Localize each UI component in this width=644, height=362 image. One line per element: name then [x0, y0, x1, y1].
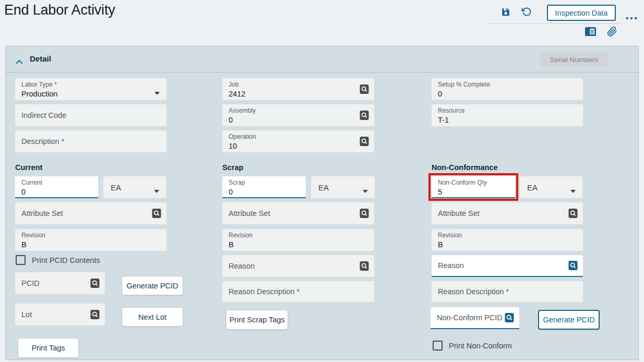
labor-type-field[interactable]: Labor Type * Production — [15, 78, 166, 100]
current-revision-label: Revision — [21, 232, 160, 240]
caret-down-icon[interactable] — [154, 88, 160, 97]
scrap-revision-value: B — [229, 240, 368, 250]
assembly-lookup-icon[interactable] — [360, 110, 369, 123]
nonconform-qty-input[interactable]: Non-Conform Qty 5 — [432, 176, 515, 198]
caret-down-icon[interactable] — [154, 186, 159, 195]
nonconform-revision-label: Revision — [438, 232, 577, 240]
operation-value: 10 — [229, 141, 368, 152]
print-pcid-contents-label: Print PCID Contents — [32, 256, 100, 264]
resource-label: Resource — [438, 107, 577, 115]
nonconform-revision-value: B — [438, 240, 577, 250]
pcid-field[interactable]: PCID — [15, 272, 105, 294]
scrap-qty-label: Scrap — [229, 179, 300, 187]
pcid-lookup-icon[interactable] — [90, 278, 100, 291]
nonconform-reason-lookup-icon[interactable] — [568, 260, 578, 273]
print-pcid-contents-checkbox[interactable] — [16, 255, 26, 265]
undo-icon[interactable] — [521, 7, 531, 17]
setup-pct-complete-field[interactable]: Setup % Complete 0 — [432, 78, 583, 100]
current-attribute-set-field[interactable]: Attribute Set — [15, 202, 166, 224]
scrap-reason-description-field[interactable]: Reason Description * — [222, 281, 374, 302]
attachments-icon[interactable] — [607, 26, 617, 37]
scrap-reason-lookup-icon[interactable] — [360, 261, 369, 273]
floppy-disk-icon — [501, 7, 510, 17]
nonconform-reason-description-field[interactable]: Reason Description * — [432, 281, 583, 302]
assembly-field[interactable]: Assembly 0 — [222, 104, 374, 126]
resource-value: T-1 — [438, 115, 577, 126]
scrap-reason-description-label: Reason Description * — [229, 287, 300, 297]
indirect-code-field[interactable]: Indirect Code — [15, 104, 166, 126]
current-attribute-set-lookup-icon[interactable] — [152, 208, 161, 221]
scrap-qty-input[interactable]: Scrap 0 — [222, 176, 306, 198]
operation-field[interactable]: Operation 10 — [222, 130, 374, 152]
job-label: Job — [229, 81, 368, 89]
nonconform-qty-value: 5 — [438, 187, 509, 198]
current-qty-input[interactable]: Current 0 — [15, 176, 98, 198]
toolbar-divider — [489, 23, 622, 24]
caret-down-icon[interactable] — [363, 186, 368, 195]
description-field[interactable]: Description * — [15, 130, 166, 152]
scrap-attribute-set-field[interactable]: Attribute Set — [222, 202, 374, 224]
current-uom-value: EA — [111, 183, 121, 192]
job-lookup-icon[interactable] — [360, 84, 369, 96]
nonconform-revision-field[interactable]: Revision B — [432, 229, 583, 251]
next-lot-button[interactable]: Next Lot — [122, 307, 183, 327]
nonconform-uom-value: EA — [527, 183, 538, 192]
scrap-revision-label: Revision — [229, 232, 368, 240]
nonconform-reason-label: Reason — [438, 261, 464, 271]
page-title: End Labor Activity — [4, 2, 115, 18]
nonconform-attribute-set-field[interactable]: Attribute Set — [432, 202, 583, 224]
caret-down-icon[interactable] — [570, 186, 576, 195]
nonconform-pcid-field[interactable]: Non-Conform PCID — [431, 307, 519, 329]
scrap-reason-field[interactable]: Reason — [222, 255, 374, 277]
current-uom-dropdown[interactable]: EA — [103, 176, 166, 198]
print-tags-button[interactable]: Print Tags — [18, 338, 79, 358]
current-section-heading: Current — [15, 163, 42, 172]
detail-panel: Detail Serial Numbers Labor Type * Produ… — [5, 46, 639, 360]
collapse-chevron-up-icon[interactable] — [16, 57, 23, 66]
generate-pcid-button[interactable]: Generate PCID — [122, 276, 183, 295]
print-scrap-tags-button[interactable]: Print Scrap Tags — [226, 310, 288, 330]
panel-title: Detail — [30, 54, 51, 63]
scrap-qty-value: 0 — [229, 187, 300, 198]
resource-field[interactable]: Resource T-1 — [432, 104, 583, 126]
scrap-section-heading: Scrap — [222, 163, 243, 172]
nonconform-pcid-label: Non-Conform PCID — [437, 313, 503, 323]
save-icon[interactable] — [501, 7, 510, 17]
current-qty-value: 0 — [21, 187, 92, 198]
nonconform-uom-dropdown[interactable]: EA — [520, 176, 582, 198]
nonconform-pcid-lookup-icon[interactable] — [505, 312, 514, 325]
inspection-data-button[interactable]: Inspection Data — [547, 5, 616, 21]
indirect-code-label: Indirect Code — [21, 111, 66, 120]
lot-lookup-icon[interactable] — [90, 309, 100, 322]
nonconform-attribute-set-lookup-icon[interactable] — [568, 208, 578, 221]
job-field[interactable]: Job 2412 — [222, 78, 374, 100]
undo-arrow-icon — [521, 7, 531, 17]
lot-field[interactable]: Lot — [15, 304, 105, 325]
nonconform-reason-field[interactable]: Reason — [432, 255, 583, 277]
setup-pct-value: 0 — [438, 89, 577, 100]
job-value: 2412 — [229, 89, 368, 100]
current-revision-field[interactable]: Revision B — [15, 229, 166, 251]
operation-label: Operation — [229, 133, 368, 141]
detail-card-icon[interactable] — [585, 27, 596, 36]
serial-numbers-button[interactable]: Serial Numbers — [541, 52, 607, 67]
print-nonconform-checkbox[interactable] — [433, 341, 443, 351]
nonconform-qty-label: Non-Conform Qty — [438, 179, 509, 187]
scrap-attribute-set-lookup-icon[interactable] — [360, 208, 369, 221]
scrap-uom-dropdown[interactable]: EA — [311, 176, 375, 198]
scrap-uom-value: EA — [318, 183, 329, 192]
nonconform-generate-pcid-button[interactable]: Generate PCID — [538, 310, 600, 330]
current-revision-value: B — [21, 240, 160, 250]
print-nonconform-checkbox-row[interactable]: Print Non-Conform — [433, 341, 512, 351]
detail-panel-header[interactable]: Detail Serial Numbers — [6, 46, 638, 73]
print-pcid-contents-checkbox-row[interactable]: Print PCID Contents — [16, 255, 100, 265]
current-qty-label: Current — [21, 179, 92, 187]
labor-type-value: Production — [21, 89, 160, 100]
operation-lookup-icon[interactable] — [360, 136, 369, 149]
overflow-menu-icon[interactable]: ••• — [626, 14, 639, 22]
nonconformance-section-heading: Non-Conformance — [432, 163, 497, 172]
scrap-reason-label: Reason — [229, 261, 255, 271]
current-attribute-set-label: Attribute Set — [21, 209, 63, 219]
scrap-revision-field[interactable]: Revision B — [222, 229, 374, 251]
description-label: Description * — [21, 137, 64, 147]
